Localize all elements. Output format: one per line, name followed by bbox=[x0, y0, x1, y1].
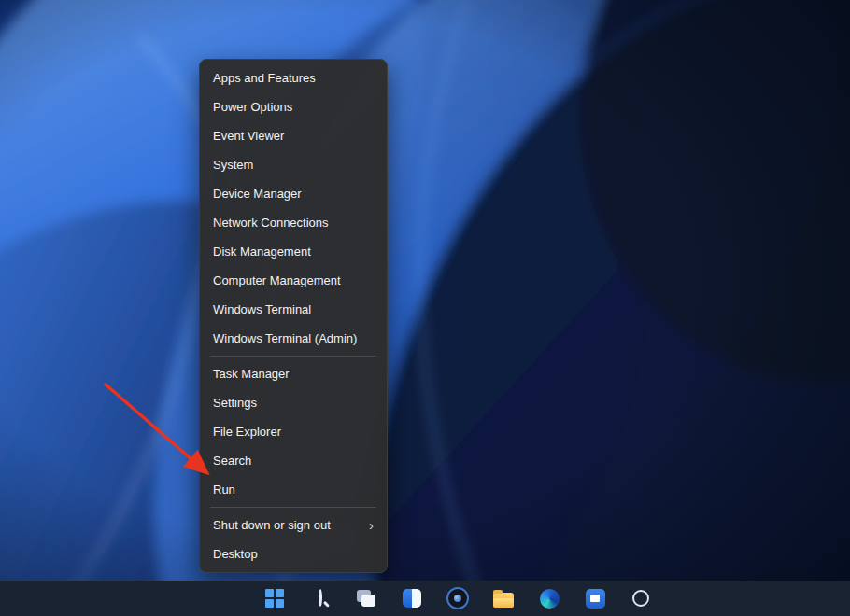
ring-app-button[interactable] bbox=[628, 585, 654, 611]
menu-item-task-manager[interactable]: Task Manager bbox=[200, 359, 387, 388]
camera-icon bbox=[446, 587, 469, 609]
file-explorer-button[interactable] bbox=[490, 585, 517, 611]
menu-item-event-viewer[interactable]: Event Viewer bbox=[200, 121, 387, 150]
windows-start-icon bbox=[265, 589, 284, 608]
menu-item-label: Shut down or sign out bbox=[213, 511, 331, 539]
menu-item-file-explorer[interactable]: File Explorer bbox=[200, 417, 387, 446]
menu-item-device-manager[interactable]: Device Manager bbox=[200, 179, 387, 208]
menu-item-desktop[interactable]: Desktop bbox=[200, 539, 387, 568]
taskbar bbox=[0, 581, 850, 616]
wallpaper bbox=[0, 0, 850, 616]
menu-item-computer-management[interactable]: Computer Management bbox=[200, 266, 387, 295]
menu-item-run[interactable]: Run bbox=[200, 475, 387, 504]
menu-item-system[interactable]: System bbox=[200, 150, 387, 179]
edge-icon bbox=[540, 589, 560, 609]
blue-app-button[interactable] bbox=[582, 585, 608, 611]
menu-item-network-connections[interactable]: Network Connections bbox=[200, 208, 387, 237]
menu-separator bbox=[210, 507, 376, 508]
search-icon bbox=[313, 591, 329, 607]
search-button[interactable] bbox=[307, 585, 333, 611]
chevron-right-icon: › bbox=[369, 511, 374, 539]
widgets-button[interactable] bbox=[399, 585, 425, 611]
task-view-icon bbox=[357, 590, 375, 607]
menu-item-disk-management[interactable]: Disk Management bbox=[200, 237, 387, 266]
camera-app-button[interactable] bbox=[445, 585, 471, 611]
menu-item-apps-and-features[interactable]: Apps and Features bbox=[200, 63, 387, 92]
menu-item-power-options[interactable]: Power Options bbox=[200, 92, 387, 121]
menu-item-settings[interactable]: Settings bbox=[200, 388, 387, 417]
menu-separator bbox=[210, 356, 376, 357]
desktop: Apps and Features Power Options Event Vi… bbox=[0, 0, 850, 616]
task-view-button[interactable] bbox=[353, 585, 379, 611]
edge-browser-button[interactable] bbox=[536, 585, 562, 611]
menu-item-windows-terminal[interactable]: Windows Terminal bbox=[200, 295, 387, 324]
folder-icon bbox=[493, 593, 514, 608]
menu-item-shut-down-or-sign-out[interactable]: Shut down or sign out › bbox=[200, 511, 387, 539]
menu-item-search[interactable]: Search bbox=[200, 446, 387, 475]
ring-icon bbox=[632, 590, 649, 607]
winx-menu: Apps and Features Power Options Event Vi… bbox=[199, 59, 388, 573]
start-button[interactable] bbox=[262, 585, 288, 611]
blue-app-icon bbox=[586, 589, 605, 609]
menu-item-windows-terminal-admin[interactable]: Windows Terminal (Admin) bbox=[200, 324, 387, 353]
widgets-icon bbox=[403, 589, 421, 608]
taskbar-icons bbox=[262, 585, 654, 611]
